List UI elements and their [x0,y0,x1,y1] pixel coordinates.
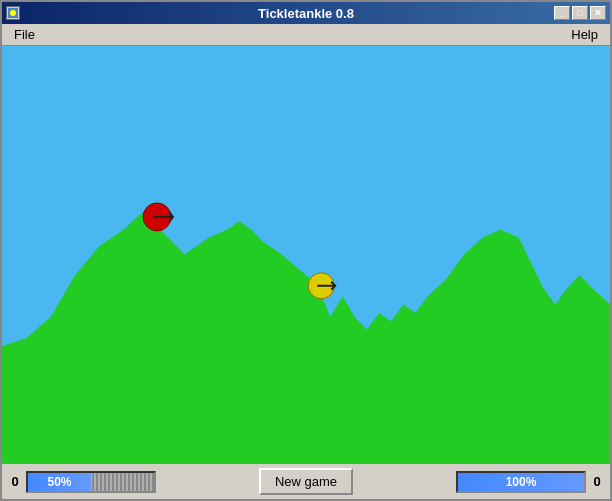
game-canvas [2,46,610,463]
window-controls: _ □ ✕ [554,6,606,20]
slider-right-fill: 100% [458,473,584,491]
window-icon [6,6,20,20]
title-bar: Tickletankle 0.8 _ □ ✕ [2,2,610,24]
slider-left-value: 50% [47,475,71,489]
file-menu[interactable]: File [6,25,43,44]
slider-left-fill: 50% [28,473,91,491]
maximize-button[interactable]: □ [572,6,588,20]
slider-right-value: 100% [506,475,537,489]
main-window: Tickletankle 0.8 _ □ ✕ File Help 0 50% N… [0,0,612,501]
slider-right[interactable]: 100% [456,471,586,493]
game-area [2,46,610,463]
menu-bar: File Help [2,24,610,46]
window-title: Tickletankle 0.8 [258,6,354,21]
minimize-button[interactable]: _ [554,6,570,20]
bottom-bar: 0 50% New game 100% 0 [2,463,610,499]
score-right: 0 [590,474,604,489]
close-button[interactable]: ✕ [590,6,606,20]
score-left: 0 [8,474,22,489]
svg-point-1 [10,10,16,16]
help-menu[interactable]: Help [563,25,606,44]
game-icon [8,8,18,18]
new-game-button[interactable]: New game [259,468,353,495]
slider-left[interactable]: 50% [26,471,156,493]
